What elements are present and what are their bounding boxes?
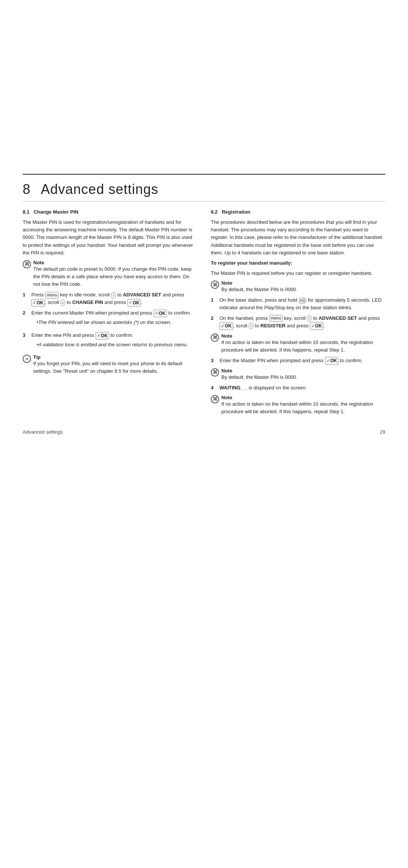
ok-btn-3: ✓OK (153, 310, 167, 318)
section-82-intro: The procedures described below are the p… (211, 219, 385, 257)
page: 8 Advanced settings 8.1 Change Master PI… (0, 0, 408, 868)
right-step-2-num: 2 (211, 315, 218, 322)
scroll-key-1: ↕ (111, 292, 116, 299)
right-steps-3: 4 WAITING_ _ is displayed on the screen. (211, 384, 385, 392)
note-5-content: Note If no action is taken on the handse… (221, 395, 385, 415)
note-5: ⌘ Note If no action is taken on the hand… (211, 395, 385, 415)
footer-page-number: 29 (380, 429, 385, 435)
top-blank-area (0, 0, 408, 174)
note-3-content: Note If no action is taken on the handse… (221, 333, 385, 354)
steps-list: 1 Press menu key in idle mode, scroll ↕ … (23, 291, 197, 351)
right-column: 8.2 Registration The procedures describe… (211, 208, 385, 418)
right-step-4: 4 WAITING_ _ is displayed on the screen. (211, 384, 385, 392)
note-3-icon: ⌘ (211, 333, 219, 342)
step-3-content: Enter the new PIN and press ✓OK to confi… (31, 332, 197, 351)
register-intro: The Master PIN is required before you ca… (211, 270, 385, 277)
note-5-icon: ⌘ (211, 395, 219, 403)
chapter-number: 8 (23, 181, 31, 197)
step-2-num: 2 (23, 309, 29, 317)
step-2-bullets: The PIN entered will be shown as asteris… (37, 319, 197, 326)
tip-icon: ✳ (23, 355, 31, 363)
scroll-key-4: ↕ (249, 322, 253, 329)
footer-chapter-name: Advanced settings (23, 429, 63, 435)
right-steps-2: 3 Enter the Master PIN when prompted and… (211, 357, 385, 365)
step-2: 2 Enter the current Master PIN when prom… (23, 309, 197, 329)
ok-btn-7: ✓OK (325, 357, 338, 365)
right-steps-1: 1 On the base station, press and hold (•… (211, 296, 385, 330)
two-column-layout: 8.1 Change Master PIN The Master PIN is … (0, 208, 408, 418)
section-81-heading: 8.1 Change Master PIN (23, 208, 197, 216)
note-1: ⌘ Note The default pin code is preset to… (23, 260, 197, 288)
right-step-1-content: On the base station, press and hold (•))… (219, 296, 385, 312)
menu-key: menu (45, 292, 59, 298)
right-step-1-num: 1 (211, 296, 218, 304)
note-2-icon: ⌘ (211, 281, 219, 289)
step-1-num: 1 (23, 291, 29, 299)
note-4: ⌘ Note By default, the Master PIN is 000… (211, 368, 385, 381)
tip-box: ✳ Tip If you forget your PIN, you will n… (23, 354, 197, 375)
ok-btn-4: ✓OK (96, 332, 109, 340)
note-1-icon: ⌘ (23, 260, 31, 268)
step-3-bullets: A validation tone is emitted and the scr… (37, 341, 197, 349)
section-divider (23, 201, 385, 202)
step-2-bullet-1: The PIN entered will be shown as asteris… (37, 319, 197, 326)
step-2-content: Enter the current Master PIN when prompt… (31, 309, 197, 329)
signal-key: (•)) (298, 297, 307, 304)
note-3: ⌘ Note If no action is taken on the hand… (211, 333, 385, 354)
chapter-title-text: Advanced settings (41, 181, 158, 197)
chapter-divider (23, 174, 385, 175)
step-1-content: Press menu key in idle mode, scroll ↕ to… (31, 291, 197, 307)
ok-btn-2: ✓OK (127, 299, 141, 307)
ok-btn-5: ✓OK (219, 322, 233, 330)
right-step-2: 2 On the handset, press menu key, scroll… (211, 315, 385, 330)
step-3-bullet-1: A validation tone is emitted and the scr… (37, 341, 197, 349)
right-step-3-content: Enter the Master PIN when prompted and p… (219, 357, 385, 365)
register-heading: To register your handset manually: (211, 259, 385, 267)
right-step-2-content: On the handset, press menu key, scroll ↕… (219, 315, 385, 330)
right-step-4-content: WAITING_ _ is displayed on the screen. (219, 384, 385, 392)
note-1-content: Note The default pin code is preset to 0… (33, 260, 197, 288)
right-step-4-num: 4 (211, 384, 218, 392)
note-4-content: Note By default, the Master PIN is 0000. (221, 368, 297, 381)
menu-key-2: menu (269, 315, 283, 321)
note-2: ⌘ Note By default, the Master PIN is 000… (211, 280, 385, 293)
section-81-intro: The Master PIN is used for registration/… (23, 219, 197, 257)
step-3-num: 3 (23, 332, 29, 339)
chapter-title: 8 Advanced settings (23, 181, 385, 197)
right-step-3-num: 3 (211, 357, 218, 364)
note-2-content: Note By default, the Master PIN is 0000. (221, 280, 297, 293)
right-step-3: 3 Enter the Master PIN when prompted and… (211, 357, 385, 365)
section-82-heading: 8.2 Registration (211, 208, 385, 216)
scroll-key-3: ↕ (307, 315, 312, 322)
ok-btn-6: ✓OK (310, 322, 323, 330)
note-4-icon: ⌘ (211, 368, 219, 377)
scroll-key-2: ↕ (60, 299, 65, 306)
left-column: 8.1 Change Master PIN The Master PIN is … (23, 208, 197, 418)
step-1: 1 Press menu key in idle mode, scroll ↕ … (23, 291, 197, 307)
step-3: 3 Enter the new PIN and press ✓OK to con… (23, 332, 197, 351)
ok-btn-1: ✓OK (31, 299, 45, 307)
page-footer: Advanced settings 29 (0, 425, 408, 435)
tip-content: Tip If you forget your PIN, you will nee… (33, 354, 197, 375)
right-step-1: 1 On the base station, press and hold (•… (211, 296, 385, 312)
